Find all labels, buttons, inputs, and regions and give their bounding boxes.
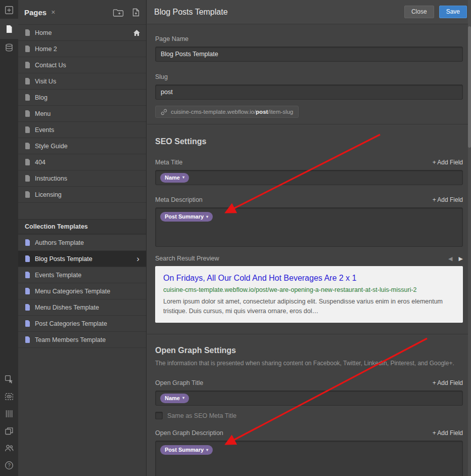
sidebar-template-item[interactable]: Authors Template › bbox=[18, 235, 146, 251]
name-field-pill[interactable]: Name ▾ bbox=[160, 173, 189, 183]
page-doc-icon bbox=[25, 46, 30, 52]
sidebar-item-label: Home 2 bbox=[35, 46, 141, 53]
page-doc-icon bbox=[25, 94, 30, 101]
cms-collections-button[interactable] bbox=[0, 39, 18, 56]
open-graph-subtitle: The information that is presented when s… bbox=[155, 360, 463, 367]
sidebar-page-item[interactable]: Menu bbox=[18, 106, 146, 122]
next-preview-button[interactable]: ▶ bbox=[459, 256, 463, 262]
sidebar-page-item[interactable]: Visit Us bbox=[18, 73, 146, 90]
database-icon bbox=[5, 43, 14, 52]
sidebar-template-item[interactable]: Events Template › bbox=[18, 267, 146, 283]
sidebar-item-label: Blog bbox=[35, 94, 141, 101]
page-doc-icon bbox=[25, 191, 30, 198]
sidebar-page-item[interactable]: Licensing bbox=[18, 187, 146, 203]
preview-result-description: Lorem ipsum dolor sit amet, consectetur … bbox=[163, 297, 455, 316]
add-field-link[interactable]: + Add Field bbox=[433, 196, 463, 203]
page-name-label: Page Name bbox=[155, 35, 463, 42]
url-preview-chip: cuisine-cms-template.webflow.io/post/ite… bbox=[155, 106, 299, 118]
page-name-input[interactable] bbox=[155, 47, 463, 62]
sidebar-item-label: Post Categories Template bbox=[35, 320, 141, 327]
post-summary-field-pill[interactable]: Post Summary ▾ bbox=[160, 445, 213, 455]
slug-input[interactable] bbox=[155, 84, 463, 100]
sidebar-template-item[interactable]: Blog Posts Template › bbox=[18, 251, 146, 267]
settings-header: Blog Posts Template Close Save bbox=[147, 0, 471, 24]
page-icon bbox=[5, 25, 13, 33]
sidebar-template-item[interactable]: Menu Dishes Template › bbox=[18, 299, 146, 316]
save-button[interactable]: Save bbox=[439, 6, 467, 18]
sidebar-page-item[interactable]: Instructions bbox=[18, 170, 146, 187]
guides-button[interactable] bbox=[0, 405, 18, 422]
meta-title-field[interactable]: Name ▾ bbox=[155, 170, 463, 185]
sidebar-page-item[interactable]: 404 bbox=[18, 154, 146, 170]
close-panel-icon[interactable]: × bbox=[51, 9, 55, 16]
prev-preview-button[interactable]: ◀ bbox=[448, 256, 452, 262]
sidebar-item-label: Authors Template bbox=[35, 239, 141, 246]
meta-description-field[interactable]: Post Summary ▾ bbox=[155, 207, 463, 247]
sidebar-item-label: Instructions bbox=[35, 175, 141, 182]
sidebar-page-item[interactable]: Events bbox=[18, 122, 146, 138]
pages-panel-header: Pages × bbox=[18, 0, 146, 24]
close-button[interactable]: Close bbox=[404, 6, 434, 18]
sidebar-item-label: Contact Us bbox=[35, 62, 141, 69]
sidebar-item-label: Visit Us bbox=[35, 78, 141, 85]
scrollbar-thumb[interactable] bbox=[468, 26, 471, 148]
chevron-right-icon: › bbox=[136, 254, 139, 263]
sidebar-item-label: Licensing bbox=[35, 191, 141, 198]
preview-result-title[interactable]: On Fridays, All Our Cold And Hot Beverag… bbox=[163, 273, 455, 284]
og-description-field[interactable]: Post Summary ▾ bbox=[155, 441, 463, 476]
home-icon bbox=[133, 30, 140, 36]
add-field-link[interactable]: + Add Field bbox=[433, 159, 463, 166]
export-layout-button[interactable] bbox=[0, 422, 18, 440]
meta-description-row: Meta Description + Add Field bbox=[155, 196, 463, 203]
collection-doc-icon bbox=[25, 304, 30, 311]
pages-sidebar: Pages × Home bbox=[18, 0, 147, 476]
sidebar-page-item[interactable]: Contact Us bbox=[18, 57, 146, 73]
sidebar-item-label: Menu Categories Template bbox=[35, 288, 141, 295]
question-mark-icon: ? bbox=[5, 461, 14, 470]
sidebar-page-item[interactable]: Home bbox=[18, 25, 146, 41]
select-mode-button[interactable] bbox=[0, 371, 18, 388]
help-button[interactable]: ? bbox=[0, 457, 18, 474]
search-preview-row: Search Result Preview ◀ ▶ bbox=[155, 255, 463, 262]
page-doc-icon bbox=[25, 62, 30, 68]
og-title-field[interactable]: Name ▾ bbox=[155, 391, 463, 406]
sidebar-item-label: Blog Posts Template bbox=[35, 255, 132, 263]
new-folder-button[interactable] bbox=[113, 8, 124, 17]
members-button[interactable] bbox=[0, 440, 18, 457]
chevron-down-icon: ▾ bbox=[206, 215, 208, 219]
preview-selection-button[interactable] bbox=[0, 388, 18, 405]
open-graph-settings-heading: Open Graph Settings bbox=[155, 345, 463, 356]
sidebar-item-label: Menu bbox=[35, 110, 141, 117]
same-as-seo-checkbox[interactable] bbox=[155, 412, 163, 419]
sidebar-template-item[interactable]: Menu Categories Template › bbox=[18, 283, 146, 299]
scrollbar-track[interactable] bbox=[468, 0, 471, 476]
sidebar-template-item[interactable]: Post Categories Template › bbox=[18, 316, 146, 332]
seo-settings-heading: SEO Settings bbox=[155, 137, 463, 147]
add-field-link[interactable]: + Add Field bbox=[433, 379, 463, 386]
collection-doc-icon bbox=[25, 239, 30, 246]
same-as-seo-label: Same as SEO Meta Title bbox=[167, 412, 237, 419]
plus-square-icon bbox=[5, 6, 14, 15]
page-doc-icon bbox=[25, 29, 30, 36]
eye-box-icon bbox=[5, 392, 14, 401]
collection-doc-icon bbox=[25, 320, 30, 327]
pages-panel-button[interactable] bbox=[0, 19, 18, 39]
add-field-link[interactable]: + Add Field bbox=[433, 429, 463, 437]
name-field-pill[interactable]: Name ▾ bbox=[160, 394, 189, 403]
og-description-row: Open Graph Description + Add Field bbox=[155, 429, 463, 437]
sidebar-page-item[interactable]: Blog bbox=[18, 90, 146, 106]
url-preview-text: cuisine-cms-template.webflow.io/post/ite… bbox=[171, 109, 293, 115]
same-as-seo-row: Same as SEO Meta Title bbox=[155, 412, 463, 419]
sidebar-template-item[interactable]: Team Members Template › bbox=[18, 332, 146, 348]
chevron-down-icon: ▾ bbox=[182, 396, 184, 400]
sidebar-page-item[interactable]: Style Guide bbox=[18, 138, 146, 154]
add-panel-button[interactable] bbox=[0, 2, 18, 19]
sidebar-page-item[interactable]: Home 2 bbox=[18, 41, 146, 57]
page-doc-icon bbox=[25, 126, 30, 133]
new-page-button[interactable] bbox=[132, 8, 140, 17]
meta-title-label: Meta Title bbox=[155, 159, 182, 166]
page-title: Blog Posts Template bbox=[154, 8, 399, 17]
svg-text:?: ? bbox=[8, 463, 11, 468]
search-preview-label: Search Result Preview bbox=[155, 255, 219, 262]
post-summary-field-pill[interactable]: Post Summary ▾ bbox=[160, 212, 213, 222]
